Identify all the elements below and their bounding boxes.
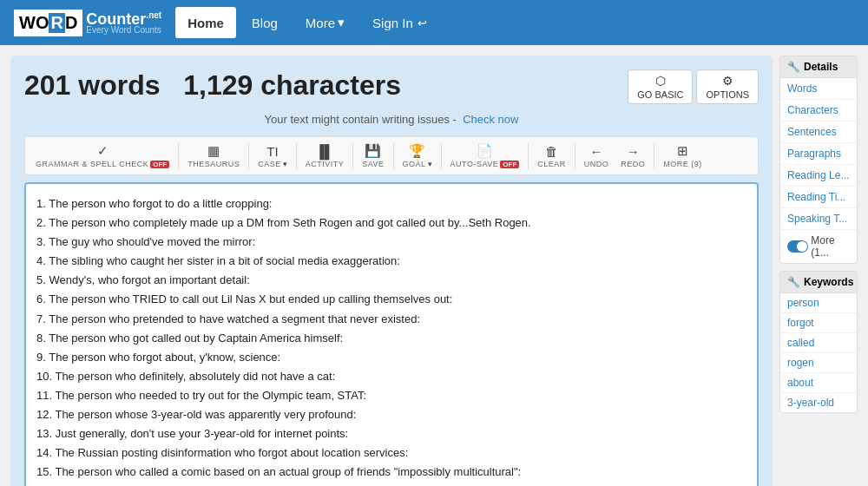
keyword-person[interactable]: person: [780, 293, 857, 313]
divider-1: [178, 143, 179, 169]
grammar-spell-check-button[interactable]: ✓ GRAMMAR & SPELL CHECK OFF: [30, 141, 174, 171]
keyword-called[interactable]: called: [780, 333, 857, 353]
keyword-3yearold[interactable]: 3-year-old: [780, 393, 857, 412]
autosave-badge: OFF: [500, 161, 519, 168]
sidebar-more-details[interactable]: More (1...: [780, 230, 857, 263]
clear-button[interactable]: 🗑 CLEAR: [532, 141, 571, 171]
goal-button[interactable]: 🏆 GOAL ▾: [398, 141, 437, 171]
clear-icon: 🗑: [545, 144, 558, 159]
keyword-forgot[interactable]: forgot: [780, 313, 857, 333]
undo-icon: ←: [590, 144, 603, 159]
gear-icon: ⚙: [722, 74, 733, 88]
nav-signin-label: Sign In: [372, 16, 413, 30]
nav-more-button[interactable]: More ▾: [293, 7, 357, 38]
text-line: 12. The person whose 3-year-old was appa…: [36, 405, 746, 424]
nav-home-button[interactable]: Home: [175, 7, 236, 38]
logo-r: R: [49, 13, 64, 33]
save-label: SAVE: [362, 160, 384, 168]
stats-header: 201 words 1,129 characters ⬡ GO BASIC ⚙ …: [24, 69, 759, 104]
more-tools-button[interactable]: ⊞ MORE (9): [658, 141, 707, 171]
toggle-icon[interactable]: [787, 240, 808, 253]
nav-more-label: More: [306, 16, 335, 30]
nav-signin-button[interactable]: Sign In ↩: [360, 7, 439, 38]
sidebar-paragraphs[interactable]: Paragraphs: [780, 143, 857, 165]
sidebar-characters[interactable]: Characters: [780, 100, 857, 122]
sidebar-reading-level[interactable]: Reading Le...: [780, 165, 857, 187]
sidebar-speaking-time[interactable]: Speaking T...: [780, 208, 857, 230]
check-now-link[interactable]: Check now: [463, 113, 518, 126]
signin-icon: ↩: [418, 16, 427, 30]
keyword-about[interactable]: about: [780, 373, 857, 393]
word-count: 201: [24, 69, 70, 101]
divider-9: [654, 143, 654, 169]
text-display[interactable]: 1. The person who forgot to do a little …: [24, 182, 759, 486]
case-button[interactable]: TI CASE ▾: [253, 141, 293, 171]
save-button[interactable]: 💾 SAVE: [357, 141, 389, 171]
sidebar-sentences[interactable]: Sentences: [780, 122, 857, 143]
activity-button[interactable]: ▐▌ ACTIVITY: [300, 141, 350, 171]
logo-w: W: [19, 13, 36, 33]
checkmark-icon: ✓: [97, 143, 108, 159]
divider-3: [296, 143, 297, 169]
toolbar: ✓ GRAMMAR & SPELL CHECK OFF ▦ THESAURUS …: [24, 136, 759, 175]
writing-issues-bar: Your text might contain writing issues -…: [24, 113, 759, 126]
writing-issues-text: Your text might contain writing issues -: [265, 113, 457, 126]
divider-5: [393, 143, 394, 169]
text-line: 13. Just generally, don't use your 3-yea…: [36, 424, 746, 443]
logo-text: Counter.net Every Word Counts: [82, 10, 161, 35]
activity-label: ACTIVITY: [306, 160, 345, 168]
text-line: 7. The person who pretended to have watc…: [36, 310, 746, 329]
nav-blog-button[interactable]: Blog: [240, 7, 290, 38]
lines-container: 1. The person who forgot to do a little …: [36, 194, 746, 486]
text-line: 5. Wendy's, who forgot an important deta…: [36, 271, 746, 290]
thesaurus-button[interactable]: ▦ THESAURUS: [182, 141, 245, 171]
more-details-label: More (1...: [811, 234, 850, 259]
logo-subtitle: Every Word Counts: [86, 25, 161, 35]
options-label: OPTIONS: [706, 89, 749, 100]
divider-8: [575, 143, 575, 169]
text-line: 15. The person who called a comic based …: [36, 463, 746, 482]
main-wrap: 201 words 1,129 characters ⬡ GO BASIC ⚙ …: [0, 45, 868, 486]
logo: W O R D Counter.net Every Word Counts: [14, 10, 161, 36]
keyword-rogen[interactable]: rogen: [780, 353, 857, 373]
grammar-label: GRAMMAR & SPELL CHECK: [36, 160, 148, 168]
case-label: CASE: [258, 160, 281, 168]
case-label-row: CASE ▾: [258, 160, 287, 168]
redo-icon: →: [627, 144, 640, 159]
autosave-label-row: AUTO-SAVE OFF: [450, 160, 520, 168]
text-line: 1. The person who forgot to do a little …: [36, 194, 746, 213]
text-line: 6. The person who TRIED to call out Lil …: [36, 290, 746, 309]
redo-label: REDO: [621, 160, 645, 168]
divider-2: [248, 143, 249, 169]
grammar-label-row: GRAMMAR & SPELL CHECK OFF: [36, 160, 169, 168]
autosave-icon: 📄: [477, 143, 493, 159]
external-link-icon: ⬡: [655, 74, 666, 88]
goal-icon: 🏆: [409, 143, 425, 159]
thesaurus-icon: ▦: [207, 143, 220, 159]
text-line: 11. The person who needed to try out for…: [36, 386, 746, 405]
logo-o: O: [36, 13, 49, 33]
divider-4: [352, 143, 353, 169]
thesaurus-label: THESAURUS: [187, 160, 240, 168]
redo-button[interactable]: → REDO: [615, 141, 650, 171]
logo-box-inner: W O R D: [14, 10, 82, 36]
wrench-icon: 🔧: [787, 61, 800, 73]
grammar-badge: OFF: [150, 161, 169, 168]
sidebar-reading-time[interactable]: Reading Ti...: [780, 187, 857, 208]
options-button[interactable]: ⚙ OPTIONS: [696, 69, 759, 104]
details-title: Details: [804, 61, 838, 73]
navbar: W O R D Counter.net Every Word Counts Ho…: [0, 0, 868, 45]
text-line: 14. The Russian posting disinformation w…: [36, 443, 746, 463]
text-line: 3. The guy who should've moved the mirro…: [36, 233, 746, 252]
undo-button[interactable]: ← UNDO: [579, 141, 615, 171]
words-label: words: [78, 69, 160, 101]
autosave-button[interactable]: 📄 AUTO-SAVE OFF: [445, 141, 525, 171]
text-line: 16. The US Representative who got a hist…: [36, 482, 746, 486]
autosave-label: AUTO-SAVE: [450, 160, 499, 168]
activity-icon: ▐▌: [315, 144, 333, 159]
sidebar-words[interactable]: Words: [780, 78, 857, 100]
chars-label: characters: [260, 69, 401, 101]
content-area: 201 words 1,129 characters ⬡ GO BASIC ⚙ …: [10, 56, 773, 486]
keyword-wrench-icon: 🔧: [787, 276, 800, 288]
go-basic-button[interactable]: ⬡ GO BASIC: [628, 69, 693, 104]
